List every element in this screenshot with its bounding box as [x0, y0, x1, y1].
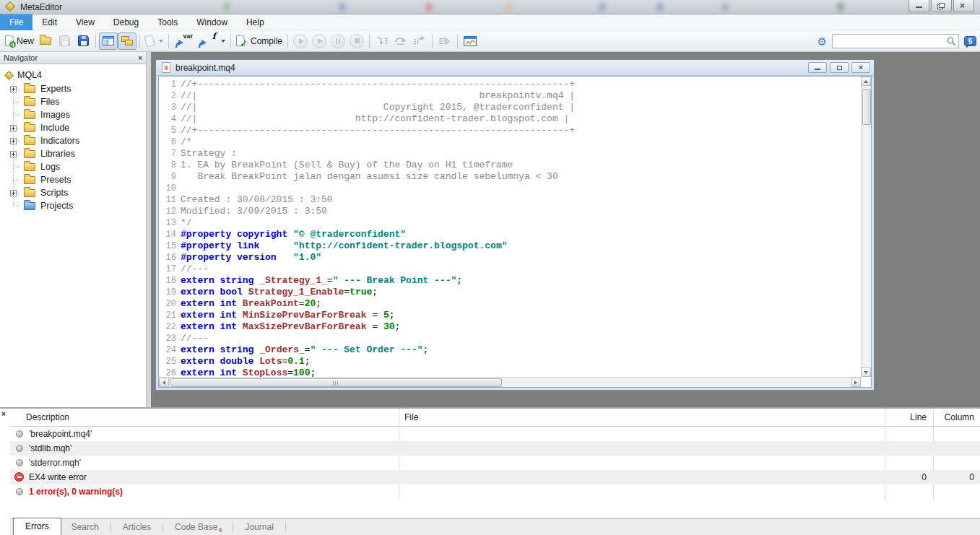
search-icon[interactable]	[947, 37, 956, 46]
error-row[interactable]: EX4 write error00	[10, 470, 980, 484]
error-row[interactable]: 'stdlib.mqh'	[10, 441, 980, 456]
navigator-title: Navigator	[4, 53, 38, 62]
continue-debug-button[interactable]	[310, 32, 329, 50]
open-button[interactable]	[36, 32, 55, 50]
errors-header-row: Description File Line Column	[10, 409, 980, 427]
tree-item-include[interactable]: Include	[0, 121, 146, 134]
error-row[interactable]: 'stderror.mqh'	[10, 456, 980, 470]
code-line: 25extern double Lots=0.1;	[159, 356, 861, 367]
scroll-down-button[interactable]	[861, 367, 871, 377]
minimize-button[interactable]	[909, 0, 929, 12]
error-description: 1 error(s), 0 warning(s)	[29, 487, 123, 497]
code-line: 7Strategy :	[159, 148, 861, 160]
expand-icon[interactable]	[10, 138, 17, 144]
pause-debug-button[interactable]	[329, 32, 347, 50]
doc-close-button[interactable]: ×	[851, 62, 870, 73]
document-title-bar[interactable]: 4 breakpoint.mq4 ×	[156, 60, 874, 76]
notifications-badge[interactable]: 5	[964, 36, 976, 46]
toggle-navigator-button[interactable]	[99, 32, 118, 50]
folder-icon	[24, 137, 35, 145]
tab-articles[interactable]: Articles	[113, 520, 161, 535]
line-number: 15	[159, 240, 181, 252]
menu-view[interactable]: View	[66, 14, 104, 30]
tree-item-experts[interactable]: Experts	[0, 82, 146, 95]
new-file-icon	[5, 35, 14, 46]
tab-search[interactable]: Search	[61, 520, 109, 535]
settings-gear-icon[interactable]: ⚙	[818, 36, 827, 47]
expand-icon[interactable]	[10, 151, 17, 157]
error-description: 'stdlib.mqh'	[29, 443, 71, 453]
code-line: 20extern int BreakPoint=20;	[159, 298, 861, 310]
menu-help[interactable]: Help	[237, 14, 274, 30]
menu-window[interactable]: Window	[187, 14, 237, 30]
code-line: 15#property link "http://confident-trade…	[159, 240, 861, 252]
menu-file[interactable]: File	[0, 14, 32, 30]
goto-line-button[interactable]	[435, 32, 454, 50]
code-text: extern int MinSizePrevBarForBreak = 5;	[181, 310, 395, 321]
title-bar[interactable]: MetaEditor ×	[0, 0, 980, 14]
menu-bar: FileEditViewDebugToolsWindowHelp	[0, 14, 980, 30]
new-button[interactable]: New	[3, 32, 36, 50]
horizontal-scrollbar[interactable]	[159, 377, 861, 387]
tree-item-indicators[interactable]: Indicators	[0, 134, 146, 147]
error-row[interactable]: 1 error(s), 0 warning(s)	[10, 484, 980, 499]
save-all-button[interactable]	[74, 32, 92, 50]
new-order-button[interactable]	[143, 32, 165, 50]
step-over-button[interactable]	[391, 32, 410, 50]
code-line: 4//| http://confident-trader.blogspot.co…	[159, 113, 861, 125]
column-file[interactable]: File	[404, 412, 418, 422]
horizontal-scroll-thumb[interactable]	[170, 378, 502, 387]
tree-item-libraries[interactable]: Libraries	[0, 147, 146, 160]
tree-root-mql4[interactable]: MQL4	[0, 68, 146, 82]
toolbox-strip: × Toolbox	[0, 409, 10, 535]
code-line: 81. EA by BreakPoint (Sell & Buy) of the…	[159, 160, 861, 171]
column-line[interactable]: Line	[910, 412, 927, 422]
column-description[interactable]: Description	[26, 412, 69, 422]
column-column[interactable]: Column	[945, 412, 974, 422]
code-text: //+-------------------------------------…	[181, 79, 575, 90]
tree-item-images[interactable]: Images	[0, 108, 146, 121]
line-number: 8	[159, 160, 181, 171]
tree-item-logs[interactable]: Logs	[0, 160, 146, 173]
scroll-right-button[interactable]	[851, 378, 861, 387]
tree-item-projects[interactable]: Projects	[0, 199, 146, 212]
maximize-button[interactable]	[931, 0, 952, 12]
tree-item-files[interactable]: Files	[0, 95, 146, 108]
doc-restore-button[interactable]	[830, 62, 849, 73]
close-button[interactable]: ×	[953, 0, 974, 12]
tab-errors[interactable]: Errors	[13, 518, 61, 535]
expand-icon[interactable]	[10, 190, 17, 196]
tree-item-label: Images	[40, 110, 70, 120]
navigator-close-icon[interactable]: ×	[138, 53, 142, 64]
tab-journal[interactable]: Journal	[235, 520, 283, 535]
scroll-up-button[interactable]	[861, 77, 871, 86]
tab-code-base[interactable]: Code Base4	[165, 520, 231, 535]
open-chart-button[interactable]	[461, 32, 480, 50]
save-button[interactable]	[55, 32, 74, 50]
stop-debug-button[interactable]	[347, 32, 366, 50]
menu-edit[interactable]: Edit	[32, 14, 66, 30]
tree-item-presets[interactable]: Presets	[0, 173, 146, 186]
doc-minimize-button[interactable]	[808, 62, 827, 73]
toggle-toolbox-button[interactable]	[118, 32, 136, 50]
expand-icon[interactable]	[10, 86, 17, 92]
step-into-button[interactable]	[373, 32, 391, 50]
scroll-left-button[interactable]	[159, 378, 169, 387]
vertical-scroll-thumb[interactable]	[862, 89, 871, 125]
search-input[interactable]	[835, 35, 943, 47]
menu-tools[interactable]: Tools	[148, 14, 187, 30]
compile-button[interactable]: ✓ Compile	[234, 32, 285, 50]
step-out-button[interactable]	[410, 32, 429, 50]
error-row[interactable]: 'breakpoint.mq4'	[10, 427, 980, 441]
start-debug-button[interactable]	[291, 32, 310, 50]
vertical-scrollbar[interactable]	[861, 77, 871, 377]
add-function-button[interactable]: f	[195, 32, 227, 50]
order-icon	[144, 35, 155, 48]
line-number: 21	[159, 310, 181, 321]
code-editor[interactable]: 1//+------------------------------------…	[158, 76, 872, 388]
toolbox-close-icon[interactable]: ×	[1, 410, 6, 418]
add-variable-button[interactable]: var	[172, 32, 195, 50]
menu-debug[interactable]: Debug	[104, 14, 148, 30]
expand-icon[interactable]	[10, 125, 17, 131]
tree-item-scripts[interactable]: Scripts	[0, 186, 146, 199]
